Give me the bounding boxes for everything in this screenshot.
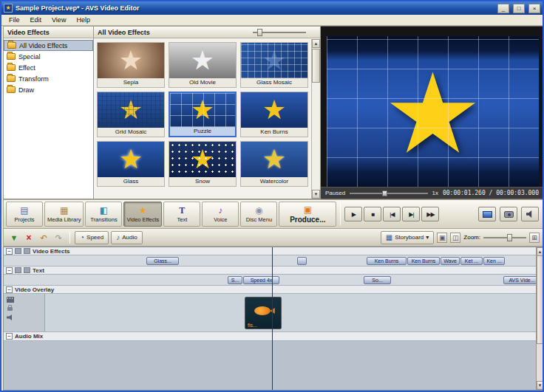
zoom-slider[interactable] — [483, 234, 526, 241]
tab-text[interactable]: TText — [163, 202, 200, 227]
chevron-down-icon: ▾ — [426, 234, 429, 241]
snapshot-camera-button[interactable] — [500, 207, 517, 221]
effect-sepia[interactable]: ★Sepia — [97, 42, 165, 88]
slider-handle[interactable] — [257, 29, 262, 36]
sidebar-item-draw[interactable]: Draw — [4, 84, 93, 95]
menu-edit[interactable]: Edit — [26, 16, 47, 24]
visibility-icon[interactable] — [15, 248, 21, 254]
tab-transitions[interactable]: ◧Transitions — [85, 202, 122, 227]
effect-old-movie[interactable]: ★Old Movie — [169, 42, 237, 88]
lock-icon[interactable] — [7, 307, 13, 311]
lock-icon[interactable] — [24, 267, 30, 273]
section-video-effects[interactable]: − Video Effects — [4, 247, 543, 255]
scroll-thumb[interactable] — [312, 49, 320, 83]
scroll-down-icon[interactable]: ▼ — [537, 381, 543, 390]
step-forward-button[interactable]: ▶| — [402, 207, 420, 221]
delete-icon[interactable]: × — [22, 232, 35, 244]
effect-clip[interactable]: Wave — [441, 257, 460, 265]
tab-voice[interactable]: ♪Voice — [202, 202, 239, 227]
sidebar-item-effect[interactable]: Effect — [4, 62, 93, 73]
speed-icon: ◔ — [80, 233, 84, 241]
maximize-button[interactable]: □ — [513, 4, 525, 13]
text-clip[interactable]: AVS Vide... — [503, 276, 540, 284]
audio-button[interactable]: ♪ Audio — [111, 231, 142, 244]
zoom-handle[interactable] — [507, 234, 512, 241]
effect-clip[interactable]: Ken Burns — [407, 257, 440, 265]
effect-ken-burns[interactable]: ★Ken Burns — [240, 92, 308, 137]
menu-bar: FileEditViewHelp — [1, 15, 543, 26]
collapse-icon[interactable]: − — [6, 286, 13, 293]
effect-label: Grid Mosaic — [98, 128, 164, 137]
snap-icon[interactable]: ◫ — [450, 233, 460, 243]
mute-icon[interactable] — [7, 314, 14, 320]
lock-icon[interactable] — [24, 248, 30, 254]
tab-label: Text — [177, 216, 187, 223]
close-button[interactable]: × — [528, 4, 540, 13]
speed-button[interactable]: ◔ Speed — [75, 231, 109, 244]
effect-watercolor[interactable]: ★Watercolor — [240, 141, 308, 187]
fast-forward-button[interactable]: ▶▶ — [421, 207, 439, 221]
redo-icon[interactable]: ↷ — [52, 232, 65, 244]
tab-produce[interactable]: ▣Produce... — [279, 202, 336, 227]
text-clip[interactable]: So... — [364, 276, 391, 284]
collapse-icon[interactable]: − — [6, 248, 13, 255]
dual-view-icon[interactable]: ▣ — [437, 233, 447, 243]
effect-label: Glass Mosaic — [241, 78, 307, 87]
effect-snow[interactable]: ★Snow — [169, 141, 237, 187]
step-back-button[interactable]: |◀ — [383, 207, 401, 221]
playhead-line[interactable] — [272, 247, 273, 390]
sidebar-item-transform[interactable]: Transform — [4, 73, 93, 84]
effect-puzzle[interactable]: ★Puzzle — [169, 92, 237, 137]
add-media-icon[interactable]: ▼ — [7, 232, 21, 244]
tab-video-effects[interactable]: ★Video Effects — [123, 202, 162, 227]
play-button[interactable]: ▶ — [344, 207, 362, 221]
section-text[interactable]: − Text — [4, 267, 543, 275]
menu-file[interactable]: File — [4, 16, 24, 24]
screen-capture-button[interactable] — [478, 207, 496, 221]
overlay-clip[interactable]: fis... — [245, 297, 282, 329]
seek-slider[interactable] — [350, 190, 427, 197]
timeline-scrollbar[interactable]: ▲ ▼ — [536, 247, 543, 390]
effect-glass-mosaic[interactable]: ★Glass Mosaic — [240, 42, 308, 88]
storyboard-button[interactable]: ▦ Storyboard ▾ — [381, 231, 435, 244]
menu-view[interactable]: View — [47, 16, 70, 24]
stop-button[interactable]: ■ — [364, 207, 381, 221]
thumbnail-size-slider[interactable] — [253, 29, 306, 36]
scroll-thumb[interactable] — [537, 255, 543, 344]
effects-scrollbar[interactable]: ▲ ▼ — [311, 39, 320, 199]
zoom-label: Zoom: — [463, 234, 480, 241]
tab-projects[interactable]: ▤Projects — [6, 202, 43, 227]
text-clip[interactable]: Speed 4x — [243, 276, 279, 284]
fit-timeline-icon[interactable]: ⊞ — [529, 233, 540, 243]
overlay-track-icon — [7, 297, 14, 303]
section-video-overlay[interactable]: − Video Overlay — [4, 286, 543, 294]
effect-clip[interactable]: Ket ... — [460, 257, 483, 265]
effect-glass[interactable]: ★Glass — [97, 141, 165, 187]
snapshot-camera-icon — [504, 211, 514, 218]
visibility-icon[interactable] — [15, 267, 21, 273]
scroll-down-icon[interactable]: ▼ — [312, 190, 320, 199]
tab-disc-menu[interactable]: ◉Disc Menu — [240, 202, 277, 227]
storyboard-icon: ▦ — [386, 233, 392, 241]
effect-clip[interactable]: Glass... — [146, 257, 179, 265]
volume-button[interactable] — [521, 207, 539, 221]
seek-handle[interactable] — [382, 190, 387, 196]
collapse-icon[interactable]: − — [6, 267, 13, 274]
sidebar-item-all-video-effects[interactable]: All Video Effects — [4, 40, 93, 51]
scroll-up-icon[interactable]: ▲ — [312, 39, 320, 48]
effect-clip[interactable]: Ken Burns — [367, 257, 407, 265]
undo-icon[interactable]: ↶ — [37, 232, 50, 244]
section-audio-mix[interactable]: − Audio Mix — [4, 332, 543, 341]
effect-grid-mosaic[interactable]: ★Grid Mosaic — [97, 92, 165, 137]
separator — [340, 203, 341, 225]
collapse-icon[interactable]: − — [6, 333, 13, 340]
minimize-button[interactable]: _ — [497, 4, 509, 13]
tab-media-library[interactable]: ▦Media Library — [44, 202, 84, 227]
effect-clip[interactable]: Ken ... — [483, 257, 505, 265]
sidebar-item-special[interactable]: Special — [4, 51, 93, 62]
folder-icon — [7, 86, 16, 93]
text-clip[interactable]: S... — [228, 276, 242, 284]
menu-help[interactable]: Help — [72, 16, 95, 24]
effect-clip[interactable] — [297, 257, 307, 265]
effect-label: Puzzle — [170, 127, 235, 136]
